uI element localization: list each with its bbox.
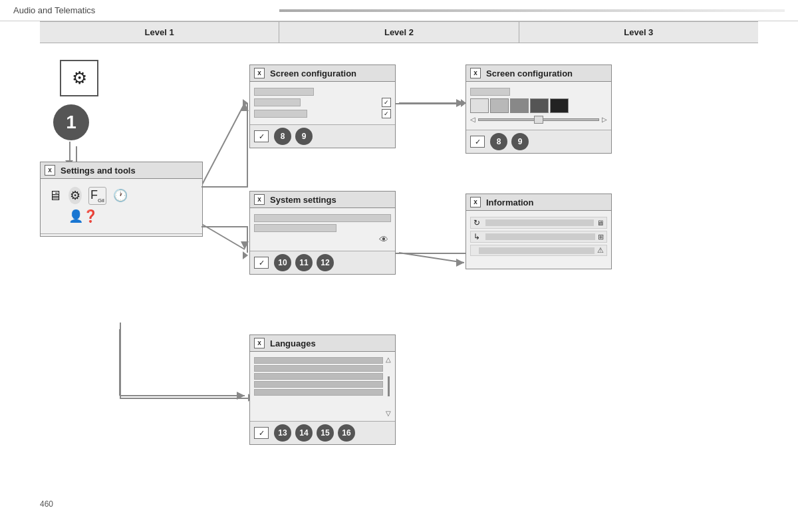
screen-config-l3-check[interactable]: ✓ [470, 136, 485, 148]
gauge-icon: FGil [88, 187, 106, 205]
screen-config-l2-body: ✓ ✓ [250, 82, 395, 124]
badge-9b: 9 [511, 133, 529, 150]
connectors [40, 43, 758, 515]
checkbox-1[interactable]: ✓ [382, 98, 391, 107]
languages-title: Languages [270, 338, 316, 348]
languages-check[interactable]: ✓ [254, 427, 269, 439]
screen-config-l2-footer: ✓ 8 9 [250, 124, 395, 148]
swatch-4[interactable] [530, 98, 549, 113]
badge-11: 11 [295, 254, 313, 271]
levels-header: Level 1 Level 2 Level 3 [40, 21, 758, 43]
svg-line-10 [399, 253, 464, 263]
information-title: Information [486, 198, 534, 207]
header-bar: Audio and Telematics [0, 0, 798, 21]
level1-col: Level 1 [40, 22, 279, 43]
languages-footer: ✓ 13 14 15 16 [250, 421, 395, 444]
screen-config-l3-x[interactable]: x [470, 68, 481, 78]
swatch-3[interactable] [510, 98, 529, 113]
main-badge: 1 [53, 104, 89, 140]
badge-13: 13 [274, 424, 291, 442]
swatch-5[interactable] [550, 98, 569, 113]
lang-row-4 [254, 381, 383, 388]
system-settings-header: x System settings [250, 192, 395, 208]
info-row-1: ↻ 🖥 [470, 217, 607, 229]
settings-bottom-icon-row: 👤❓ [45, 209, 198, 227]
screen-config-l2-check[interactable]: ✓ [254, 130, 269, 142]
clock-icon: 🕐 [113, 188, 128, 203]
lang-row-2 [254, 365, 383, 372]
system-settings-footer: ✓ 10 11 12 [250, 251, 395, 274]
information-x[interactable]: x [470, 197, 481, 207]
information-header: x Information [466, 194, 611, 211]
level2-col: Level 2 [279, 22, 519, 43]
badge-8b: 8 [490, 133, 507, 150]
gear-box: ⚙ [60, 60, 98, 96]
screen-config-l3-header: x Screen configuration [466, 65, 611, 82]
svg-line-1 [200, 103, 245, 190]
brightness-slider[interactable] [478, 118, 599, 121]
lang-row-1 [254, 357, 383, 364]
swatch-1[interactable] [470, 98, 489, 113]
diagram-area: ⚙ 1 x Settings and tools 🖥 ⚙ FGil 🕐 👤❓ [40, 43, 758, 515]
grid-sym: ⊞ [598, 233, 604, 241]
badge-8a: 8 [274, 128, 291, 145]
system-settings-panel: x System settings 👁 ✓ 10 11 12 [249, 191, 396, 275]
system-settings-x[interactable]: x [254, 194, 265, 205]
settings-tools-body: 🖥 ⚙ FGil 🕐 👤❓ [41, 179, 202, 231]
badge-9a: 9 [295, 128, 313, 145]
down-arrow [69, 142, 70, 162]
screen-config-l3-body: ◁ ▷ [466, 82, 611, 130]
scroll-down-arrow[interactable]: ▽ [386, 410, 391, 417]
system-settings-check[interactable]: ✓ [254, 257, 269, 269]
screen-config-l2-header: x Screen configuration [250, 65, 395, 82]
scroll-controls: △ ▽ [386, 356, 391, 417]
gear-icon: ⚙ [72, 68, 87, 88]
screen-config-l3-panel: x Screen configuration ◁ ▷ [466, 65, 612, 154]
settings-tools-x[interactable]: x [45, 165, 55, 176]
checkbox-2[interactable]: ✓ [382, 109, 391, 118]
color-swatches-row [470, 98, 607, 113]
badge-10: 10 [274, 254, 291, 271]
page-number: 460 [40, 499, 53, 509]
help-person-icon: 👤❓ [68, 209, 98, 223]
monitor-icon: 🖥 [49, 188, 62, 203]
header-line [279, 9, 785, 12]
settings-tools-header: x Settings and tools [41, 162, 202, 179]
refresh-icon: ↻ [473, 218, 480, 227]
languages-x[interactable]: x [254, 338, 265, 348]
badge-15: 15 [317, 424, 334, 442]
eye-icon: 👁 [379, 234, 388, 245]
system-settings-body: 👁 [250, 208, 395, 251]
screen-config-l3-footer: ✓ 8 9 [466, 130, 611, 153]
information-body: ↻ 🖥 ↳ ⊞ ⚠ [466, 211, 611, 269]
arrow-down-icon: ↳ [473, 232, 480, 241]
svg-marker-11 [456, 259, 464, 267]
monitor-sym: 🖥 [597, 219, 604, 227]
screen-config-l2-x[interactable]: x [254, 68, 265, 78]
slider-left-arrow[interactable]: ◁ [470, 116, 475, 123]
swatch-2[interactable] [490, 98, 509, 113]
badge-14: 14 [295, 424, 313, 442]
system-settings-title: System settings [270, 195, 336, 205]
information-panel: x Information ↻ 🖥 ↳ ⊞ ⚠ [466, 194, 612, 269]
slider-row: ◁ ▷ [470, 116, 607, 123]
header-title: Audio and Telematics [13, 5, 266, 15]
settings-tools-title: Settings and tools [61, 166, 136, 176]
lang-row-3 [254, 373, 383, 380]
badge-16: 16 [338, 424, 355, 442]
screen-config-l2-title: Screen configuration [270, 68, 356, 78]
slider-right-arrow[interactable]: ▷ [602, 116, 607, 123]
info-row-3: ⚠ [470, 245, 607, 256]
badge-12: 12 [317, 254, 334, 271]
scroll-up-arrow[interactable]: △ [386, 356, 391, 363]
settings-gear-icon: ⚙ [68, 187, 82, 204]
warning-sym: ⚠ [597, 246, 604, 255]
info-row-2: ↳ ⊞ [470, 231, 607, 243]
settings-icons-row: 🖥 ⚙ FGil 🕐 [45, 183, 198, 209]
lang-row-5 [254, 389, 383, 396]
screen-config-l2-panel: x Screen configuration ✓ ✓ ✓ 8 9 [249, 65, 396, 148]
level3-col: Level 3 [519, 22, 758, 43]
languages-panel: x Languages △ ▽ ✓ 13 14 15 16 [249, 334, 396, 445]
settings-tools-panel: x Settings and tools 🖥 ⚙ FGil 🕐 👤❓ [40, 162, 203, 237]
screen-config-l3-title: Screen configuration [486, 68, 573, 78]
